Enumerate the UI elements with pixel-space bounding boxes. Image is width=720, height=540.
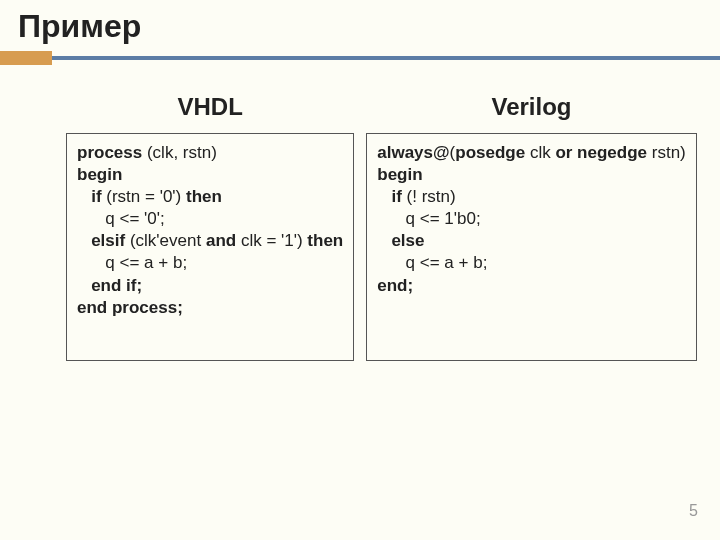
rule-accent bbox=[0, 51, 52, 65]
code-line: if (rstn = '0') then bbox=[77, 186, 343, 208]
right-column: Verilog always@(posedge clk or negedge r… bbox=[360, 93, 703, 361]
title-rule bbox=[0, 51, 720, 65]
code-line: begin bbox=[77, 164, 343, 186]
code-line: q <= 1'b0; bbox=[377, 208, 686, 230]
code-line: begin bbox=[377, 164, 686, 186]
code-line: if (! rstn) bbox=[377, 186, 686, 208]
code-line: end; bbox=[377, 275, 686, 297]
content-columns: VHDL process (clk, rstn) begin if (rstn … bbox=[0, 65, 720, 361]
rule-line bbox=[52, 56, 720, 60]
code-line: q <= '0'; bbox=[77, 208, 343, 230]
code-line: end if; bbox=[77, 275, 343, 297]
left-column: VHDL process (clk, rstn) begin if (rstn … bbox=[60, 93, 360, 361]
code-line: process (clk, rstn) bbox=[77, 142, 343, 164]
code-line: end process; bbox=[77, 297, 343, 319]
vhdl-code-box: process (clk, rstn) begin if (rstn = '0'… bbox=[66, 133, 354, 361]
code-line: else bbox=[377, 230, 686, 252]
code-line: q <= a + b; bbox=[77, 252, 343, 274]
left-header: VHDL bbox=[66, 93, 354, 133]
code-line: q <= a + b; bbox=[377, 252, 686, 274]
slide-title: Пример bbox=[18, 8, 720, 45]
code-line: always@(posedge clk or negedge rstn) bbox=[377, 142, 686, 164]
right-header: Verilog bbox=[366, 93, 697, 133]
verilog-code-box: always@(posedge clk or negedge rstn) beg… bbox=[366, 133, 697, 361]
code-line: elsif (clk'event and clk = '1') then bbox=[77, 230, 343, 252]
page-number: 5 bbox=[689, 502, 698, 520]
